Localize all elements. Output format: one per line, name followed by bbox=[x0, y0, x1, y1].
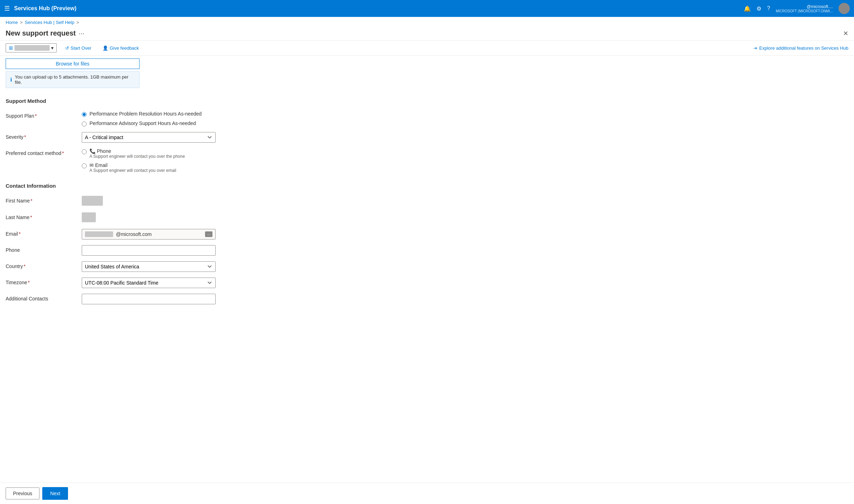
app-title: Services Hub (Preview) bbox=[14, 5, 739, 12]
page-options-icon[interactable]: ··· bbox=[79, 29, 85, 37]
support-plan-row: Support Plan* Performance Problem Resolu… bbox=[6, 108, 848, 129]
user-org: MICROSOFT (MICROSOFT.ONMI... bbox=[776, 9, 833, 13]
explore-label: Explore additional features on Services … bbox=[759, 45, 848, 51]
additional-contacts-field bbox=[82, 294, 223, 304]
page-header: New support request ··· ✕ bbox=[0, 28, 854, 41]
last-name-masked bbox=[82, 212, 96, 222]
phone-label: Phone bbox=[97, 148, 111, 154]
last-name-row: Last Name* bbox=[6, 210, 848, 226]
phone-input[interactable] bbox=[82, 245, 216, 256]
support-plan-option2[interactable]: Performance Advisory Support Hours As-ne… bbox=[82, 120, 223, 126]
give-feedback-label: Give feedback bbox=[110, 45, 139, 51]
user-name: @microsoft.... bbox=[807, 4, 833, 9]
close-button[interactable]: ✕ bbox=[843, 30, 848, 37]
country-row: Country* United States of America Canada… bbox=[6, 259, 848, 275]
contact-phone-radio[interactable] bbox=[82, 149, 87, 154]
severity-field: A - Critical impact B - Moderate impact … bbox=[82, 132, 223, 143]
support-plan-required: * bbox=[35, 113, 37, 119]
start-over-label: Start Over bbox=[70, 45, 91, 51]
phone-icon: 📞 bbox=[89, 148, 95, 154]
contact-phone-option[interactable]: 📞 Phone A Support engineer will contact … bbox=[82, 148, 223, 159]
severity-select[interactable]: A - Critical impact B - Moderate impact … bbox=[82, 132, 216, 143]
contact-email-option[interactable]: ✉ Email A Support engineer will contact … bbox=[82, 162, 223, 173]
avatar[interactable] bbox=[838, 3, 850, 14]
refresh-icon: ↺ bbox=[65, 45, 69, 51]
email-row: Email* @microsoft.com ··· bbox=[6, 226, 848, 242]
explore-features-link[interactable]: ⇥ Explore additional features on Service… bbox=[753, 45, 848, 51]
first-name-row: First Name* bbox=[6, 193, 848, 210]
breadcrumb: Home > Services Hub | Self Help > bbox=[0, 17, 854, 28]
additional-contacts-label: Additional Contacts bbox=[6, 294, 76, 301]
phone-row: Phone bbox=[6, 242, 848, 259]
timezone-row: Timezone* UTC-08:00 Pacific Standard Tim… bbox=[6, 275, 848, 291]
breadcrumb-home[interactable]: Home bbox=[6, 20, 18, 25]
timezone-field: UTC-08:00 Pacific Standard Time UTC-05:0… bbox=[82, 278, 223, 288]
breadcrumb-sep1: > bbox=[20, 20, 23, 25]
additional-contacts-input[interactable] bbox=[82, 294, 216, 304]
toolbar: ⊞ ▾ ↺ Start Over 👤 Give feedback ⇥ Explo… bbox=[0, 41, 854, 56]
notification-icon[interactable]: 🔔 bbox=[744, 5, 751, 12]
hamburger-icon[interactable]: ☰ bbox=[4, 5, 10, 12]
support-method-section-header: Support Method bbox=[6, 91, 848, 108]
page-header-left: New support request ··· bbox=[6, 29, 85, 37]
preferred-contact-field: 📞 Phone A Support engineer will contact … bbox=[82, 148, 223, 173]
contact-info-section-header: Contact Information bbox=[6, 176, 848, 193]
start-over-button[interactable]: ↺ Start Over bbox=[62, 44, 94, 52]
give-feedback-button[interactable]: 👤 Give feedback bbox=[100, 44, 142, 52]
topbar: ☰ Services Hub (Preview) 🔔 ⚙ ? @microsof… bbox=[0, 0, 854, 17]
browse-files-button[interactable]: Browse for files bbox=[6, 58, 140, 69]
email-icon: ✉ bbox=[89, 162, 94, 168]
last-name-label: Last Name* bbox=[6, 212, 76, 220]
support-plan-radio1[interactable] bbox=[82, 112, 87, 117]
country-field: United States of America Canada United K… bbox=[82, 261, 223, 272]
user-menu[interactable]: @microsoft.... MICROSOFT (MICROSOFT.ONMI… bbox=[776, 4, 833, 13]
country-select[interactable]: United States of America Canada United K… bbox=[82, 261, 216, 272]
additional-contacts-row: Additional Contacts bbox=[6, 291, 848, 307]
browse-section: Browse for files ℹ You can upload up to … bbox=[6, 56, 848, 91]
contact-email-radio[interactable] bbox=[82, 163, 87, 168]
chevron-down-icon: ▾ bbox=[51, 45, 54, 51]
support-plan-option2-label: Performance Advisory Support Hours As-ne… bbox=[89, 120, 196, 126]
main-content: Browse for files ℹ You can upload up to … bbox=[0, 56, 854, 335]
workspace-label bbox=[14, 45, 50, 51]
feedback-icon: 👤 bbox=[103, 45, 108, 51]
email-actions-button[interactable]: ··· bbox=[205, 231, 212, 237]
support-plan-option1[interactable]: Performance Problem Resolution Hours As-… bbox=[82, 111, 223, 117]
email-mask bbox=[85, 231, 113, 237]
toolbar-left: ⊞ ▾ ↺ Start Over 👤 Give feedback bbox=[6, 43, 142, 52]
explore-icon: ⇥ bbox=[753, 45, 757, 51]
breadcrumb-sep2: > bbox=[76, 20, 79, 25]
info-icon: ℹ bbox=[10, 77, 12, 82]
support-plan-field: Performance Problem Resolution Hours As-… bbox=[82, 111, 223, 126]
first-name-label: First Name* bbox=[6, 196, 76, 204]
email-field: @microsoft.com ··· bbox=[82, 229, 223, 239]
support-plan-radio2[interactable] bbox=[82, 122, 87, 126]
attachment-info-text: You can upload up to 5 attachments. 1GB … bbox=[15, 74, 135, 85]
phone-field bbox=[82, 245, 223, 256]
timezone-select[interactable]: UTC-08:00 Pacific Standard Time UTC-05:0… bbox=[82, 278, 216, 288]
workspace-dropdown[interactable]: ⊞ ▾ bbox=[6, 43, 57, 52]
settings-icon[interactable]: ⚙ bbox=[756, 5, 761, 12]
severity-row: Severity* A - Critical impact B - Modera… bbox=[6, 129, 848, 145]
country-label: Country* bbox=[6, 261, 76, 269]
phone-label: Phone bbox=[6, 245, 76, 253]
preferred-contact-row: Preferred contact method* 📞 Phone A Supp… bbox=[6, 145, 848, 176]
support-plan-option1-label: Performance Problem Resolution Hours As-… bbox=[89, 111, 202, 117]
breadcrumb-services-hub[interactable]: Services Hub | Self Help bbox=[25, 20, 74, 25]
first-name-field bbox=[82, 196, 223, 207]
email-suffix: @microsoft.com bbox=[116, 231, 151, 237]
severity-label: Severity* bbox=[6, 132, 76, 140]
workspace-icon: ⊞ bbox=[9, 45, 13, 51]
topbar-icons: 🔔 ⚙ ? @microsoft.... MICROSOFT (MICROSOF… bbox=[744, 3, 850, 14]
email-desc: A Support engineer will contact you over… bbox=[89, 168, 176, 173]
email-contact-label: Email bbox=[95, 162, 107, 168]
support-plan-label: Support Plan* bbox=[6, 111, 76, 119]
email-label: Email* bbox=[6, 229, 76, 237]
phone-desc: A Support engineer will contact you over… bbox=[89, 154, 185, 159]
preferred-contact-label: Preferred contact method* bbox=[6, 148, 76, 156]
first-name-masked bbox=[82, 196, 103, 206]
last-name-field bbox=[82, 212, 223, 223]
email-display: @microsoft.com ··· bbox=[82, 229, 216, 239]
help-icon[interactable]: ? bbox=[767, 5, 770, 12]
timezone-label: Timezone* bbox=[6, 278, 76, 285]
